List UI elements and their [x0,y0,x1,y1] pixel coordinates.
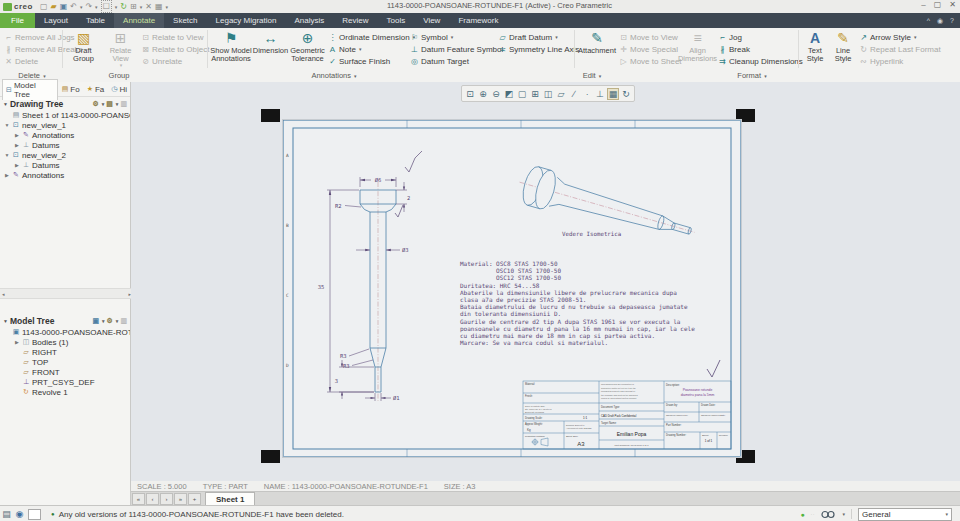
zoom-out-icon[interactable]: ⊖ [490,88,502,100]
surface-finish-mark[interactable] [707,360,720,377]
help-icon[interactable]: ? [950,17,954,24]
tree-item-datums[interactable]: ▶⟂Datums [0,140,130,150]
tab-tools[interactable]: Tools [378,13,415,28]
tree-item-part[interactable]: ▣1143-0000-POANSOANE-ROTUNDE-F1.PRT [0,327,130,337]
text-style-button[interactable]: AText Style [801,28,829,70]
surface-finish-mark[interactable] [395,205,403,217]
open-file-icon[interactable]: ▰ [50,1,56,12]
tree-report-caret-icon[interactable]: ▾ [116,101,119,107]
drawing-tree-header[interactable]: ▼ Drawing Tree ⚙▾ ▤▾ ▥ [0,97,130,110]
tree-item-annotations-root[interactable]: ▶✎Annotations [0,170,130,180]
regenerate-icon[interactable]: ↻ [120,1,127,12]
model-tree-header[interactable]: ▼ Model Tree ▣▾ ⚙▾ ▥ [0,314,130,327]
tab-history[interactable]: ◷Hi [108,84,130,95]
jog-button[interactable]: ⌐Jog [716,31,796,43]
tree-horizontal-scrollbar[interactable]: ◂ ▸ [0,288,133,299]
relate-to-object-button[interactable]: ⊠Relate to Object [139,43,205,55]
tab-sketch[interactable]: Sketch [164,13,206,28]
group-label-edit[interactable]: Edit ▾ [494,71,690,80]
remove-all-breaks-button[interactable]: ∦Remove All Breaks [2,43,60,55]
last-sheet-button[interactable]: » [174,493,187,505]
surface-finish-button[interactable]: ✓Surface Finish [326,55,408,67]
drawing-tree-expand-icon[interactable]: ▼ [3,101,8,107]
tree-tools-icon[interactable]: ⚙ [92,100,98,108]
axis-display-icon[interactable]: ∕ [568,88,580,100]
message-input-box[interactable] [28,509,41,520]
group-label-annotations[interactable]: Annotations ▾ [174,71,494,80]
tree-item-top-plane[interactable]: ▱TOP [0,357,130,367]
next-sheet-button[interactable]: › [160,493,173,505]
expand-icon[interactable]: ▶ [4,172,10,178]
ordinate-dimension-button[interactable]: ⋮Ordinate Dimension▾ [326,31,408,43]
tree-item-new-view-1[interactable]: ▼⊡new_view_1 [0,120,130,130]
previous-sheet-button[interactable]: ‹ [146,493,159,505]
move-special-button[interactable]: ✛Move Special [617,43,679,55]
new-file-icon[interactable]: ▢ [40,1,48,12]
dim-tip-length[interactable]: 3 [335,378,338,384]
layers-icon[interactable]: ◫ [542,88,554,100]
break-button[interactable]: ∦Break [716,43,796,55]
iso-view-label[interactable]: Vedere Isometrica [562,231,621,237]
tab-table[interactable]: Table [77,13,114,28]
move-to-view-button[interactable]: ⊡Move to View [617,31,679,43]
tab-file[interactable]: File [0,13,35,28]
close-icon[interactable]: ✕ [949,0,956,9]
redo-icon[interactable]: ↷ [85,1,92,12]
datum-feature-symbol-button[interactable]: ⊥Datum Feature Symbol [408,43,496,55]
expand-icon[interactable]: ▼ [4,152,10,158]
tree-item-right-plane[interactable]: ▱RIGHT [0,347,130,357]
sheet-tab-sheet1[interactable]: Sheet 1 [205,492,255,506]
tab-review[interactable]: Review [333,13,377,28]
drawing-canvas[interactable]: ⊡ ⊕ ⊖ ◩ ▢ ⊞ ◫ ▱ ∕ ∙ ⊥ ▦ ↻ [131,82,960,481]
tab-framework[interactable]: Framework [449,13,507,28]
tab-layout[interactable]: Layout [35,13,77,28]
repaint-icon[interactable]: ◩ [503,88,515,100]
selection-filter-dropdown[interactable]: General ▾ [858,508,952,521]
relate-view-button[interactable]: ⊞Relate View▾ [102,28,139,70]
select-mode-icon[interactable]: ☐ [101,0,112,13]
spin-center-icon[interactable]: ↻ [620,88,632,100]
dim-dia3[interactable]: Ø3 [402,247,409,253]
mtree-tools-caret-icon[interactable]: ▾ [116,318,119,324]
mtree-part-icon[interactable]: ▣ [92,317,99,325]
geometric-tolerance-button[interactable]: ⊕Geometric Tolerance [289,28,326,70]
symmetry-line-axis-button[interactable]: ≍Symmetry Line Axis [496,43,572,55]
capture-icon[interactable]: ▦ [155,1,163,12]
zoom-in-icon[interactable]: ⊕ [477,88,489,100]
saved-views-icon[interactable]: ⊞ [529,88,541,100]
tree-item-bodies[interactable]: ▶◫Bodies (1) [0,337,130,347]
arrow-style-button[interactable]: ↗Arrow Style▾ [857,31,937,43]
find-icon[interactable] [821,510,835,519]
tab-analysis[interactable]: Analysis [285,13,333,28]
tree-item-new-view-2[interactable]: ▼⊡new_view_2 [0,150,130,160]
undo-caret-icon[interactable]: ▾ [80,4,83,10]
remove-all-jogs-button[interactable]: ⌐Remove All Jogs [2,31,60,43]
csys-display-icon[interactable]: ⊥ [594,88,606,100]
tab-model-tree[interactable]: ⊟Model Tree [2,79,58,100]
model-check-status-icon[interactable]: ● [800,511,804,518]
tab-folder-browser[interactable]: ▤Fo [59,84,83,95]
dim-r3a[interactable]: R3 [340,353,347,359]
unrelate-button[interactable]: ⊘Unrelate [139,55,205,67]
browser-toggle-icon[interactable]: ◉ [13,509,26,519]
tab-annotate[interactable]: Annotate [114,13,164,28]
attachment-button[interactable]: ✎Attachment [577,28,617,70]
restore-icon[interactable]: ▢ [934,0,942,9]
note-button[interactable]: ANote▾ [326,43,408,55]
title-block[interactable]: Material: Finish: Scule si Matrite SRL S… [523,381,731,449]
quick-access-more-caret-icon[interactable]: ▾ [166,4,169,10]
move-to-sheet-button[interactable]: ▷Move to Sheet [617,55,679,67]
mtree-part-caret-icon[interactable]: ▾ [102,318,105,324]
group-label-format[interactable]: Format ▾ [690,71,814,80]
dim-head-height[interactable]: 2 [407,195,410,201]
undo-icon[interactable]: ↶ [70,1,77,12]
datum-target-button[interactable]: ◎Datum Target [408,55,496,67]
dim-r3b[interactable]: R3 [343,363,350,369]
expand-icon[interactable]: ▶ [14,162,20,168]
tree-item-annotations[interactable]: ▶✎Annotations [0,130,130,140]
display-style-icon[interactable]: ▢ [516,88,528,100]
cleanup-dimensions-button[interactable]: ⇉Cleanup Dimensions [716,55,796,67]
windows-icon[interactable]: ⊞ [130,1,137,12]
expand-icon[interactable]: ▶ [14,132,20,138]
expand-icon[interactable]: ▼ [4,122,10,128]
